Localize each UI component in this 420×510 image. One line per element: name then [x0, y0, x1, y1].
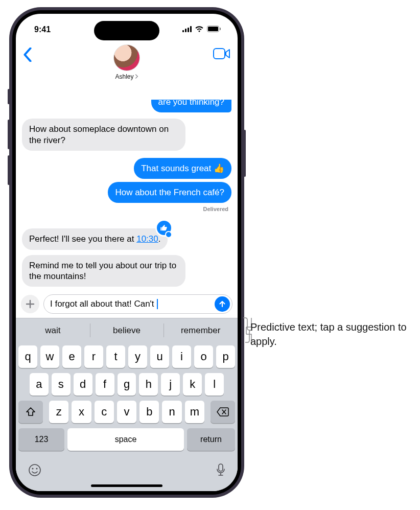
key-x[interactable]: x [72, 401, 91, 423]
time-link[interactable]: 10:30 [136, 234, 158, 244]
svg-rect-5 [208, 27, 218, 31]
key-m[interactable]: m [185, 401, 204, 423]
key-t[interactable]: t [106, 345, 125, 368]
keyboard-row: asdfghjkl [18, 373, 235, 396]
key-v[interactable]: v [117, 401, 136, 423]
status-time: 9:41 [34, 25, 51, 34]
key-d[interactable]: d [74, 373, 92, 396]
cellular-icon [182, 25, 192, 34]
svg-rect-11 [219, 464, 223, 471]
key-h[interactable]: h [139, 373, 158, 396]
keyboard: qwertyuiop asdfghjkl zxcvbnm 123 space r… [16, 342, 238, 491]
key-r[interactable]: r [84, 345, 103, 368]
chevron-right-icon [135, 73, 138, 80]
message-sent[interactable]: are you thinking? [151, 100, 231, 112]
key-p[interactable]: p [216, 345, 235, 368]
delivered-label: Delivered [203, 206, 228, 212]
tapback-thumbs-up[interactable] [155, 219, 173, 237]
compose-bar: I forgot all about that! Can't [16, 291, 238, 318]
delete-key[interactable] [211, 401, 235, 423]
callout-text: Predictive text; tap a suggestion to app… [250, 320, 409, 349]
message-sent[interactable]: That sounds great 👍 [134, 158, 231, 179]
key-o[interactable]: o [194, 345, 213, 368]
message-thread[interactable]: are you thinking? How about someplace do… [16, 100, 238, 291]
key-b[interactable]: b [139, 401, 159, 423]
avatar [113, 44, 140, 71]
svg-rect-7 [214, 49, 225, 59]
dictation-key[interactable] [216, 463, 226, 479]
wifi-icon [195, 25, 204, 34]
contact-name: Ashley [115, 73, 133, 80]
shift-key[interactable] [18, 401, 43, 423]
key-j[interactable]: j [161, 373, 180, 396]
back-button[interactable] [23, 42, 32, 64]
key-u[interactable]: u [150, 345, 169, 368]
message-sent[interactable]: How about the French café? [108, 182, 231, 203]
send-button[interactable] [215, 296, 230, 312]
key-s[interactable]: s [52, 373, 71, 396]
return-key[interactable]: return [187, 428, 235, 451]
nav-bar: Ashley [16, 42, 238, 100]
key-z[interactable]: z [49, 401, 68, 423]
svg-rect-3 [190, 26, 192, 32]
emoji-key[interactable] [28, 463, 42, 479]
keyboard-row: zxcvbnm [18, 401, 235, 423]
key-g[interactable]: g [118, 373, 136, 396]
predictive-suggestion[interactable]: wait [16, 318, 90, 342]
svg-point-8 [29, 465, 40, 476]
battery-icon [207, 25, 221, 34]
predictive-suggestion[interactable]: believe [90, 318, 164, 342]
key-c[interactable]: c [95, 401, 114, 423]
key-l[interactable]: l [205, 373, 224, 396]
keyboard-row: qwertyuiop [18, 345, 235, 368]
message-received[interactable]: How about someplace downtown on the rive… [22, 119, 185, 151]
key-i[interactable]: i [172, 345, 191, 368]
callout-bracket-main [243, 317, 253, 343]
numbers-key[interactable]: 123 [18, 428, 64, 451]
key-w[interactable]: w [40, 345, 59, 368]
key-y[interactable]: y [128, 345, 147, 368]
message-input[interactable]: I forgot all about that! Can't [43, 294, 232, 314]
dynamic-island [94, 21, 159, 40]
message-received[interactable]: Perfect! I'll see you there at 10:30. [22, 228, 168, 249]
key-e[interactable]: e [62, 345, 81, 368]
predictive-suggestion[interactable]: remember [164, 318, 238, 342]
home-indicator[interactable] [91, 484, 162, 487]
svg-rect-1 [185, 29, 186, 32]
predictive-bar: wait believe remember [16, 318, 238, 342]
key-a[interactable]: a [30, 373, 49, 396]
facetime-button[interactable] [213, 42, 230, 62]
contact-header[interactable]: Ashley [113, 44, 140, 80]
key-k[interactable]: k [183, 373, 202, 396]
key-n[interactable]: n [162, 401, 181, 423]
svg-rect-6 [220, 28, 221, 30]
space-key[interactable]: space [67, 428, 184, 451]
svg-point-9 [32, 468, 34, 470]
message-received[interactable]: Remind me to tell you about our trip to … [22, 255, 185, 287]
keyboard-row: 123 space return [18, 428, 235, 451]
key-q[interactable]: q [18, 345, 37, 368]
key-f[interactable]: f [96, 373, 114, 396]
svg-rect-2 [188, 28, 189, 32]
svg-rect-0 [182, 30, 184, 32]
plus-button[interactable] [21, 295, 39, 313]
svg-point-10 [36, 468, 38, 470]
